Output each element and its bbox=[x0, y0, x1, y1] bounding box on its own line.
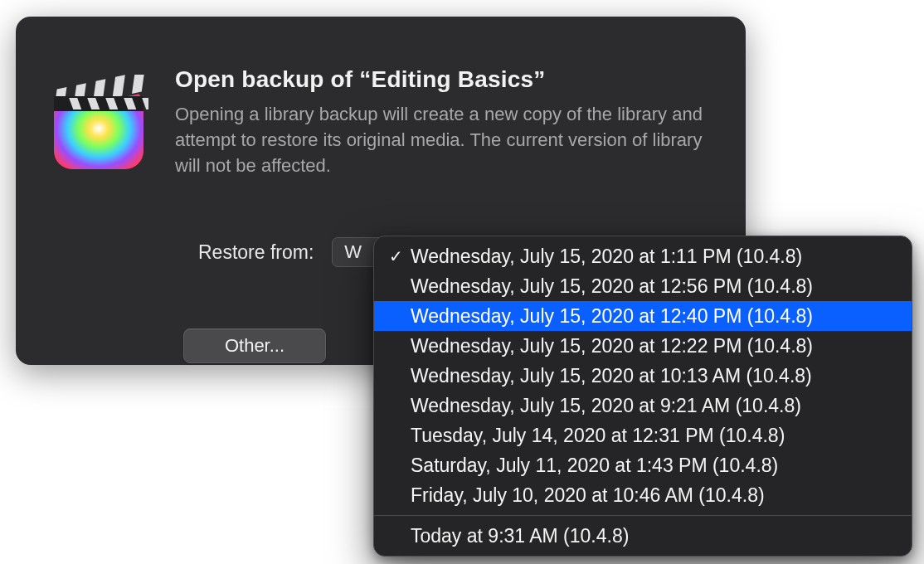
menu-item-label: Tuesday, July 14, 2020 at 12:31 PM (10.4… bbox=[411, 425, 897, 447]
menu-item-label: Wednesday, July 15, 2020 at 9:21 AM (10.… bbox=[411, 395, 897, 417]
other-button[interactable]: Other... bbox=[183, 328, 326, 363]
menu-item[interactable]: Wednesday, July 15, 2020 at 12:22 PM (10… bbox=[374, 331, 912, 361]
dialog-subtitle: Opening a library backup will create a n… bbox=[175, 101, 712, 179]
dialog-title: Open backup of “Editing Basics” bbox=[175, 66, 712, 93]
checkmark-icon: ✓ bbox=[389, 246, 411, 266]
final-cut-pro-icon bbox=[49, 75, 142, 168]
menu-item[interactable]: Today at 9:31 AM (10.4.8) bbox=[374, 521, 912, 551]
menu-item-label: Friday, July 10, 2020 at 10:46 AM (10.4.… bbox=[411, 484, 897, 507]
restore-from-label: Restore from: bbox=[198, 241, 314, 264]
menu-item[interactable]: Wednesday, July 15, 2020 at 12:40 PM (10… bbox=[374, 301, 912, 331]
menu-item-label: Wednesday, July 15, 2020 at 1:11 PM (10.… bbox=[411, 246, 897, 268]
menu-item[interactable]: ✓Wednesday, July 15, 2020 at 1:11 PM (10… bbox=[374, 241, 912, 271]
menu-item[interactable]: Wednesday, July 15, 2020 at 9:21 AM (10.… bbox=[374, 391, 912, 421]
other-button-label: Other... bbox=[225, 335, 284, 357]
menu-item-label: Wednesday, July 15, 2020 at 12:56 PM (10… bbox=[411, 275, 897, 298]
menu-item[interactable]: Tuesday, July 14, 2020 at 12:31 PM (10.4… bbox=[374, 421, 912, 450]
menu-item[interactable]: Saturday, July 11, 2020 at 1:43 PM (10.4… bbox=[374, 450, 912, 480]
menu-item[interactable]: Friday, July 10, 2020 at 10:46 AM (10.4.… bbox=[374, 480, 912, 510]
menu-item-label: Wednesday, July 15, 2020 at 10:13 AM (10… bbox=[411, 365, 897, 387]
menu-item[interactable]: Wednesday, July 15, 2020 at 10:13 AM (10… bbox=[374, 361, 912, 391]
menu-item[interactable]: Wednesday, July 15, 2020 at 12:56 PM (10… bbox=[374, 271, 912, 301]
menu-item-label: Wednesday, July 15, 2020 at 12:22 PM (10… bbox=[411, 335, 897, 357]
menu-separator bbox=[374, 515, 912, 516]
menu-item-label: Saturday, July 11, 2020 at 1:43 PM (10.4… bbox=[411, 455, 897, 477]
menu-item-label: Wednesday, July 15, 2020 at 12:40 PM (10… bbox=[411, 305, 897, 328]
restore-from-selected-preview: W bbox=[344, 241, 362, 263]
menu-item-label: Today at 9:31 AM (10.4.8) bbox=[411, 525, 897, 547]
restore-from-menu: ✓Wednesday, July 15, 2020 at 1:11 PM (10… bbox=[373, 236, 912, 557]
